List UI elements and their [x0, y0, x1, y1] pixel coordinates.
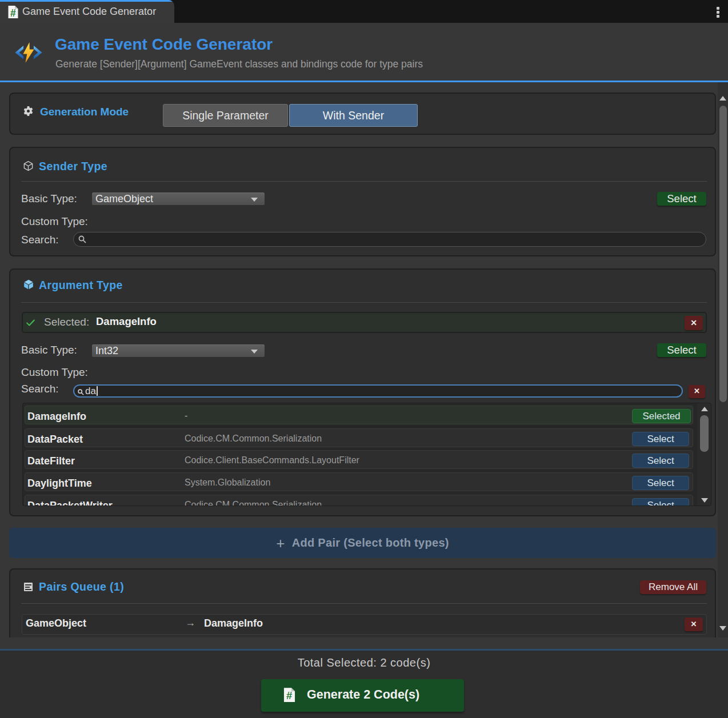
- svg-text:#: #: [286, 689, 293, 701]
- svg-text:#: #: [10, 7, 16, 19]
